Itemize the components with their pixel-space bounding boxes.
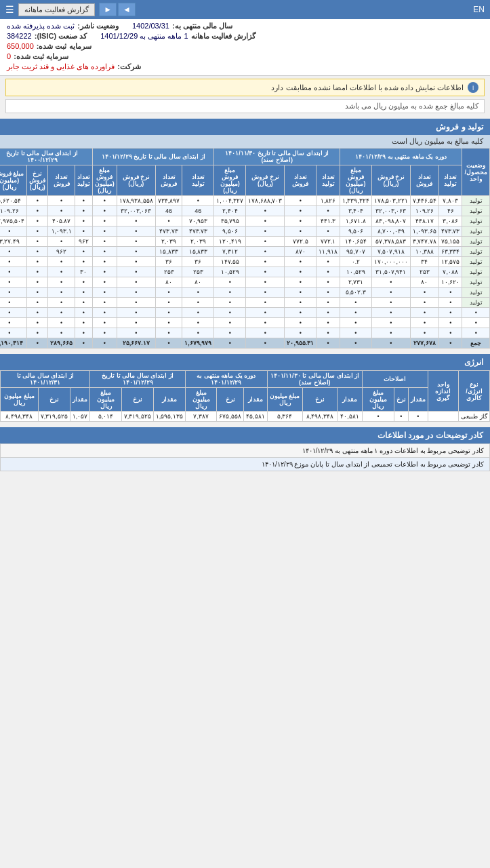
report-button[interactable]: گزارش فعالیت ماهانه (18, 3, 95, 16)
table-row-empty: • • • • • • • • • • • • • • • • • (0, 318, 490, 328)
sub-prod3: تعداد تولید (182, 165, 214, 196)
section-subheader: کلیه مبالغ به میلیون ریال است (0, 135, 490, 148)
table-row: تولید • • • • • • • • • • • • • • • • (0, 298, 490, 308)
sub-prod2: تعداد تولید (317, 165, 340, 196)
status-cell: تولید (462, 196, 490, 206)
status-value: ثبت شده پذیرفته شده (7, 22, 75, 31)
warning-bar: i اطلاعات نمایش داده شده با اطلاعات امضا… (5, 79, 485, 96)
sub-amount4: مبلغ فروش (میلیون ریال) (0, 165, 27, 196)
info-icon: i (468, 82, 478, 93)
label-fiscal-year: سال مالی منتهی به: (172, 22, 232, 31)
header-fy: از ابتدای سال مالی تا تاریخ ۱۴۰۰/۱۲/۲۹ (0, 149, 92, 165)
header-ytd-prev: از ابتدای سال مالی تا تاریخ ۱۴۰۱/۱۱/۳۰ (… (214, 149, 340, 165)
col-status: وضعیت محصول/ واحد (462, 149, 490, 196)
sub-amount1: مبلغ فروش (میلیون ریال) (340, 165, 371, 196)
energy-section: انرژی نوع انرژی/ کالری واحد اندازه گیری … (0, 354, 490, 422)
label-capital-declared: سرمایه ثبت شده: (14, 52, 68, 61)
note-row: کادر توضیحی مربوط به اطلاعات دوره ۱ ماهه… (1, 444, 490, 458)
capital-declared-value: 0 (7, 52, 11, 61)
sub-sales2: تعداد فروش (285, 165, 317, 196)
menu-icon[interactable]: ☰ (5, 4, 14, 15)
table-row: تولید ۴۶ ۱۰۹.۲۶ ۳۲,۰۰۳,۰۶۳ ۳,۴۰۴ • • • ۲… (0, 206, 490, 216)
label-capital-registered: سرمایه ثبت شده: (37, 42, 91, 51)
company-name: فراورده های غذایی و قند ثریت جابر (7, 62, 115, 71)
nav-next[interactable]: ► (99, 3, 117, 16)
sub-price1: نرخ فروش (ریال) (371, 165, 410, 196)
sub-price4: نرخ فروش (ریال) (27, 165, 48, 196)
capital-registered-value: 650,000 (7, 42, 34, 51)
notes-table: کادر توضیحی مربوط به اطلاعات دوره ۱ ماهه… (0, 443, 490, 471)
sub-price3: نرخ فروش (ریال) (117, 165, 155, 196)
table-row: تولید ۷,۰۸۸ ۲۵۳ ۳۱,۵۰۷,۹۴۱ ۱۰,۵۲۹ • • • … (0, 267, 490, 277)
energy-bal-header: از ابتدای سال مالی تا ۱۴۰۱/۱۲/۳۱ (1, 371, 90, 388)
label-status: وضعیت ناشر: (77, 22, 119, 31)
header-ytd: از ابتدای سال مالی تا تاریخ ۱۴۰۱/۱۲/۲۹ (92, 149, 214, 165)
energy-1m-header: دوره یک ماهه منتهی به ۱۴۰۱/۱۲/۲۹ (185, 371, 267, 388)
energy-header: انرژی (0, 354, 490, 370)
table-row-total: جمع • ۲۷۷,۶۷۸ • • • ۲۰,۹۵۵.۳۱ • • ۱,۶۷۹,… (0, 338, 490, 349)
sub-prod1: تعداد تولید (438, 165, 462, 196)
isic-value: 384222 (7, 32, 32, 41)
table-row: تولید ۳,۰۸۶ ۴۴۸.۱۷ ۸۳,۰۹۸,۸۰۷ ۱,۶۷۱.۸ ۴۴… (0, 216, 490, 226)
table-row: تولید ۷,۸۰۳ ۷,۴۴۶.۵۴ ۱۷۸,۵۰۳,۲۲۱ ۱,۳۳۹,۳… (0, 196, 490, 206)
note-bar: کلیه مبالغ جمع شده به میلیون ریال می باش… (5, 99, 485, 113)
company-info-bar: سال مالی منتهی به: 1402/03/31 وضعیت ناشر… (0, 19, 490, 76)
lang-label: EN (473, 5, 485, 14)
note-text-1: کادر توضیحی مربوط به اطلاعات دوره ۱ ماهه… (1, 444, 490, 458)
note-text: کلیه مبالغ جمع شده به میلیون ریال می باش… (345, 102, 478, 110)
fiscal-year-value: 1402/03/31 (132, 22, 169, 31)
main-table-wrapper: وضعیت محصول/ واحد دوره یک ماهه منتهی به … (0, 148, 490, 349)
warning-text: اطلاعات نمایش داده شده با اطلاعات امضا ن… (271, 83, 464, 92)
table-row: تولید ۱۰,۶۲۰ ۸۰ • ۲,۷۳۱ • • • • ۸۰ ۸۰ • … (0, 277, 490, 288)
note-text-2: کادر توضیحی مربوط به اطلاعات تجمیعی از ا… (1, 458, 490, 471)
table-row: تولید • • • ۵,۵۰۲.۳ • • • • • • • • • • … (0, 288, 490, 298)
table-row: تولید ۴۷۳.۷۳ ۱,۰۹۳.۶۵ ۸,۷۰۰,۰۳۹ ۹,۵۰۶ • … (0, 226, 490, 237)
label-company: شرکت: (117, 62, 141, 71)
table-row-empty: • • • • • • • • • • • • • • • • • (0, 328, 490, 338)
table-row-empty: • • • • • • • • • • • • • • • • • (0, 308, 490, 318)
table-row: تولید ۱۲,۵۷۵ ۳۴ ۱۷۰,۰۰۰,۰۰۰ ۰.۲ • • • ۱۴… (0, 257, 490, 267)
energy-ytdp-header: از ابتدای سال مالی تا ۱۴۰۱/۱۱/۳۰ (اصلاح … (267, 371, 363, 388)
label-isic: کد صنعت (ISIC): (35, 32, 87, 41)
energy-ytd-header: از ابتدای سال مالی تا تاریخ ۱۴۰۱/۱۲/۲۹ (90, 371, 186, 388)
production-sales-table: وضعیت محصول/ واحد دوره یک ماهه منتهی به … (0, 148, 490, 349)
sub-amount2: مبلغ فروش (میلیون ریال) (214, 165, 246, 196)
header-period-1m: دوره یک ماهه منتهی به ۱۴۰۱/۱۲/۲۹ (340, 149, 462, 165)
notes-section: کادر توضیحات در مورد اطلاعات کادر توضیحی… (0, 427, 490, 471)
status-cell: تولید (462, 206, 490, 216)
production-sales-header: تولید و فروش (0, 119, 490, 135)
sub-price2: نرخ فروش (ریال) (246, 165, 285, 196)
energy-corr-header: اصلاحات (363, 371, 428, 388)
table-row: تولید ۷۵,۱۵۵ ۳,۷۴۷.۷۸ ۵۷,۳۷۸,۵۸۳ ۱۴۰,۶۵۴… (0, 237, 490, 247)
energy-row: گاز طبیعی • • • ۴۰,۵۸۱ ۸,۴۹۸,۳۴۸ ۵,۳۶۴ ۴… (1, 412, 490, 422)
sub-amount3: مبلغ فروش (میلیون ریال) (92, 165, 117, 196)
sub-sales4: تعداد فروش (48, 165, 75, 196)
energy-table-wrapper: نوع انرژی/ کالری واحد اندازه گیری اصلاحا… (0, 370, 490, 422)
nav-prev[interactable]: ◄ (118, 3, 136, 16)
note-row: کادر توضیحی مربوط به اطلاعات تجمیعی از ا… (1, 458, 490, 471)
sub-sales3: تعداد فروش (155, 165, 182, 196)
energy-unit-col: واحد اندازه گیری (428, 371, 458, 412)
top-bar: EN ◄ ► گزارش فعالیت ماهانه ☰ (0, 0, 490, 19)
notes-header: کادر توضیحات در مورد اطلاعات (0, 427, 490, 443)
report-period-value: 1 ماهه منتهی به 1401/12/29 (100, 32, 188, 41)
sub-prod4: تعداد تولید (75, 165, 92, 196)
energy-table: نوع انرژی/ کالری واحد اندازه گیری اصلاحا… (0, 370, 490, 422)
sub-sales1: تعداد فروش (410, 165, 438, 196)
energy-type-col: نوع انرژی/ کالری (458, 371, 489, 412)
nav-arrows[interactable]: ◄ ► (99, 3, 136, 16)
table-row: تولید ۶۳,۳۳۴ ۱۰,۳۸۸ ۷,۵۰۷,۹۱۸ ۹۵,۷۰۷ ۱۱,… (0, 247, 490, 257)
label-report-period: گزارش فعالیت ماهانه (191, 32, 256, 41)
